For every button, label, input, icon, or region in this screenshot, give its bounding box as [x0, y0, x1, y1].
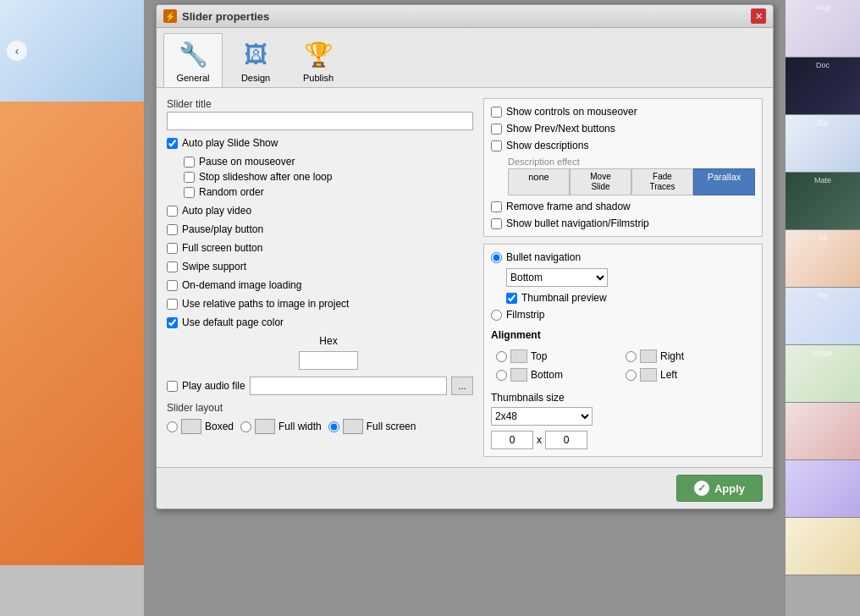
thumbnails-size-section: Thumbnails size 2x48 3x64 4x80	[491, 392, 755, 426]
on-demand-checkbox[interactable]	[167, 280, 178, 291]
pause-play-button-row: Pause/play button	[167, 223, 473, 235]
align-bottom-radio[interactable]	[496, 370, 507, 381]
autoplay-checkbox[interactable]	[167, 138, 178, 149]
slider-title-field: Slider title	[167, 98, 473, 130]
alignment-section: Alignment Top Right	[491, 329, 755, 387]
thumb-label-1: Angl	[786, 0, 860, 12]
tab-design[interactable]: 🖼 Design	[226, 33, 285, 87]
layout-boxed[interactable]: Boxed	[167, 419, 234, 434]
on-demand-label: On-demand image loading	[182, 279, 301, 291]
layout-options: Boxed Full width Full screen	[167, 419, 473, 434]
show-prevnext-label: Show Prev/Next buttons	[506, 123, 615, 135]
controls-section: Show controls on mouseover Show Prev/Nex…	[483, 98, 763, 237]
on-demand-row: On-demand image loading	[167, 279, 473, 291]
left-panel: Slider title Auto play Slide Show Pause …	[167, 98, 473, 457]
full-screen-button-label: Full screen button	[182, 242, 262, 254]
position-dropdown[interactable]: Bottom Top Left Right	[506, 268, 608, 287]
default-page-color-checkbox[interactable]	[167, 317, 178, 328]
thumbnail-preview-check-row: Thumbnail preview	[506, 292, 755, 304]
browse-button[interactable]: ...	[451, 377, 473, 395]
size-height-input[interactable]	[545, 431, 587, 449]
dialog-close-button[interactable]: ✕	[751, 8, 766, 24]
effect-none[interactable]: none	[508, 168, 570, 195]
tab-general[interactable]: 🔧 General	[163, 33, 223, 87]
audio-file-row: Play audio file ...	[167, 377, 473, 395]
left-nav-arrow[interactable]: ‹	[7, 41, 27, 61]
dialog-titlebar: ⚡ Slider properties ✕	[157, 5, 773, 28]
apply-button[interactable]: ✓ Apply	[676, 475, 763, 502]
show-descriptions-label: Show descriptions	[506, 140, 588, 151]
full-screen-button-row: Full screen button	[167, 242, 473, 254]
show-bullet-checkbox[interactable]	[491, 218, 502, 229]
layout-full-screen[interactable]: Full screen	[328, 419, 416, 434]
hex-input[interactable]	[299, 351, 358, 370]
thumb-label-4: Mate	[786, 173, 860, 184]
align-bottom-icon	[510, 368, 527, 382]
auto-play-video-checkbox[interactable]	[167, 206, 178, 217]
align-right-radio[interactable]	[626, 351, 637, 362]
general-icon: 🔧	[176, 37, 210, 71]
filmstrip-radio[interactable]	[491, 310, 502, 321]
show-bullet-row: Show bullet navigation/Filmstrip	[491, 217, 755, 229]
size-width-input[interactable]	[491, 431, 533, 449]
random-order-label: Random order	[199, 186, 264, 198]
effect-fade-traces[interactable]: FadeTraces	[631, 168, 693, 195]
layout-full-width-radio[interactable]	[240, 421, 251, 432]
dialog-footer: ✓ Apply	[157, 467, 773, 509]
dialog-overlay: ⚡ Slider properties ✕ 🔧 General 🖼 Design…	[144, 0, 786, 616]
stop-slideshow-checkbox[interactable]	[184, 172, 195, 183]
align-left-option: Left	[626, 368, 750, 382]
show-prevnext-checkbox[interactable]	[491, 124, 502, 135]
effect-parallax[interactable]: Parallax	[693, 168, 755, 195]
description-effect-label: Description effect	[508, 157, 755, 167]
show-controls-checkbox[interactable]	[491, 107, 502, 118]
layout-full-screen-radio[interactable]	[328, 421, 339, 432]
relative-paths-checkbox[interactable]	[167, 299, 178, 310]
align-right-icon	[640, 349, 657, 363]
bg-left-panel: ‹	[0, 0, 144, 616]
layout-full-width[interactable]: Full width	[240, 419, 322, 434]
show-controls-label: Show controls on mouseover	[506, 106, 637, 118]
full-screen-button-checkbox[interactable]	[167, 243, 178, 254]
align-bottom-label: Bottom	[531, 369, 563, 381]
remove-frame-checkbox[interactable]	[491, 201, 502, 212]
swipe-support-checkbox[interactable]	[167, 261, 178, 272]
publish-icon: 🏆	[301, 37, 335, 71]
bg-thumb-1: Angl	[786, 0, 860, 58]
layout-boxed-radio[interactable]	[167, 421, 178, 432]
full-width-label: Full width	[278, 421, 322, 432]
play-audio-checkbox[interactable]	[167, 381, 178, 392]
hex-label: Hex	[319, 335, 337, 347]
thumbnail-preview-checkbox[interactable]	[506, 293, 517, 304]
audio-path-input[interactable]	[250, 377, 447, 395]
default-page-color-row: Use default page color	[167, 316, 473, 328]
align-bottom-option: Bottom	[496, 368, 620, 382]
slider-layout-section: Slider layout Boxed Full width	[167, 402, 473, 434]
show-descriptions-checkbox[interactable]	[491, 140, 502, 151]
full-screen-layout-icon	[343, 419, 363, 434]
bg-thumb-6: Tw	[786, 288, 860, 345]
align-left-label: Left	[660, 369, 677, 381]
alignment-grid: Top Right Bottom	[491, 344, 755, 387]
swipe-support-label: Swipe support	[182, 261, 246, 272]
pause-play-button-checkbox[interactable]	[167, 224, 178, 235]
align-top-option: Top	[496, 349, 620, 363]
boxed-icon	[181, 419, 201, 434]
bg-thumb-10	[786, 518, 860, 575]
bullet-nav-radio-row: Bullet navigation	[491, 251, 755, 263]
thumb-label-6: Tw	[786, 288, 860, 300]
align-left-radio[interactable]	[626, 370, 637, 381]
tab-publish[interactable]: 🏆 Publish	[289, 33, 348, 87]
thumbnail-preview-label: Thumbnail preview	[521, 292, 607, 304]
pause-mouseover-checkbox[interactable]	[184, 157, 195, 168]
thumbnails-size-dropdown[interactable]: 2x48 3x64 4x80	[491, 407, 593, 426]
bullet-nav-radio[interactable]	[491, 252, 502, 263]
slider-title-input[interactable]	[167, 112, 473, 130]
size-inputs-row: x	[491, 431, 755, 449]
effect-move-slide[interactable]: MoveSlide	[570, 168, 631, 195]
tab-general-label: General	[176, 73, 209, 83]
thumb-label-3: Zip	[786, 115, 860, 127]
align-top-radio[interactable]	[496, 351, 507, 362]
random-order-checkbox[interactable]	[184, 187, 195, 198]
bg-thumb-7: Mega	[786, 345, 860, 403]
